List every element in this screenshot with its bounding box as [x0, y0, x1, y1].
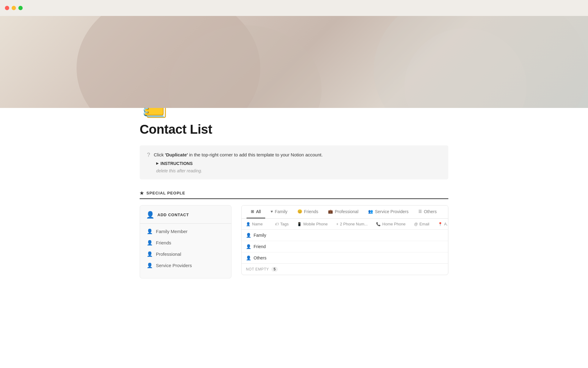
cell-mobile: [293, 229, 332, 241]
contact-item-icon: 👤: [147, 240, 153, 246]
tab-all[interactable]: ⊞All: [247, 205, 265, 218]
tab-icon: 😊: [297, 209, 302, 214]
cell-mobile: [293, 252, 332, 263]
tab-icon: ☰: [418, 209, 422, 214]
instructions-label: INSTRUCTIONS: [160, 161, 193, 166]
contact-item[interactable]: 👤Service Providers: [144, 260, 228, 271]
cell-home: [372, 229, 410, 241]
col-tags: 🏷Tags: [271, 219, 293, 230]
table-row: 👤Others: [242, 252, 448, 263]
database-table: 👤Name🏷Tags📱Mobile Phone+2 Phone Num...📞H…: [242, 219, 448, 263]
arrow-icon: ▶: [156, 162, 159, 165]
tab-friends[interactable]: 😊Friends: [293, 205, 323, 218]
row-person-icon: 👤: [246, 255, 251, 260]
tab-icon: ⊞: [251, 209, 254, 214]
add-contact-title: ADD CONTACT: [157, 213, 189, 217]
table-header: 👤Name🏷Tags📱Mobile Phone+2 Phone Num...📞H…: [242, 219, 448, 230]
tab-label: Friends: [304, 209, 318, 214]
tab-label: Service Providers: [375, 209, 409, 214]
col-icon: 📱: [297, 222, 302, 226]
name-cell[interactable]: 👤Family: [242, 229, 271, 241]
col-icon: @: [414, 222, 418, 226]
add-contact-panel: 👤 ADD CONTACT 👤Family Member👤Friends👤Pro…: [140, 205, 232, 278]
contact-item-icon: 👤: [147, 251, 153, 257]
page-title: Contact List: [140, 122, 448, 137]
row-person-icon: 👤: [246, 233, 251, 238]
tab-label: Family: [275, 209, 287, 214]
cell-extra: [434, 229, 448, 241]
footer-label: NOT EMPTY: [246, 267, 269, 271]
database-panel: ⊞All♥Family😊Friends💼Professional👥Service…: [241, 205, 448, 275]
contact-item-label: Family Member: [156, 229, 187, 234]
cell-mobile: [293, 241, 332, 252]
cell-extra: [434, 252, 448, 263]
cell-tags: [271, 252, 293, 263]
col-email: @Email: [410, 219, 434, 230]
table-body: 👤Family👤Friend👤Others: [242, 229, 448, 263]
info-icon: ?: [147, 152, 150, 158]
name-cell[interactable]: 👤Others: [242, 252, 271, 263]
tab-icon: ♥: [271, 209, 273, 214]
col-mobile-phone: 📱Mobile Phone: [293, 219, 332, 230]
titlebar: [0, 0, 588, 16]
info-box: ? Click 'Duplicate' in the top-right cor…: [140, 145, 448, 179]
contact-item[interactable]: 👤Professional: [144, 249, 228, 259]
col-2-phone-num: +2 Phone Num...: [332, 219, 372, 230]
maximize-button[interactable]: [18, 6, 23, 10]
table-row: 👤Friend: [242, 241, 448, 252]
cell-tags: [271, 241, 293, 252]
cover-image: [0, 16, 588, 108]
cell-extra: [434, 241, 448, 252]
cell-home: [372, 241, 410, 252]
col-name: 👤Name: [242, 219, 271, 230]
star-icon: ★: [140, 190, 144, 196]
col-icon: 📍: [438, 222, 443, 226]
col-icon: 🏷: [275, 222, 279, 226]
contact-item-label: Friends: [156, 240, 171, 245]
col-home-phone: 📞Home Phone: [372, 219, 410, 230]
contact-item-icon: 👤: [147, 228, 153, 234]
info-bold: 'Duplicate': [165, 152, 188, 157]
tab-label: Professional: [335, 209, 358, 214]
add-contact-icon: 👤: [146, 211, 154, 219]
row-name: Friend: [254, 244, 266, 249]
info-text: Click 'Duplicate' in the top-right corne…: [154, 151, 323, 159]
cell-email: [410, 241, 434, 252]
tab-others[interactable]: ☰Others: [414, 205, 441, 218]
cell-home: [372, 252, 410, 263]
info-suffix: in the top-right corner to add this temp…: [188, 152, 322, 157]
add-contact-header: 👤 ADD CONTACT: [140, 205, 231, 224]
footer-count: 5: [271, 267, 278, 272]
cell-phone2: [332, 252, 372, 263]
name-cell[interactable]: 👤Friend: [242, 241, 271, 252]
cell-email: [410, 252, 434, 263]
col-icon: +: [336, 222, 338, 226]
contact-item-label: Professional: [156, 251, 181, 257]
tab-icon: 💼: [328, 209, 333, 214]
contact-item[interactable]: 👤Family Member: [144, 226, 228, 237]
minimize-button[interactable]: [12, 6, 16, 10]
row-person-icon: 👤: [246, 244, 251, 249]
col-a: 📍A...: [434, 219, 448, 230]
contact-item-icon: 👤: [147, 263, 153, 268]
close-button[interactable]: [5, 6, 9, 10]
section-label: SPECIAL PEOPLE: [146, 191, 185, 195]
col-icon: 👤: [246, 222, 251, 226]
database-footer: NOT EMPTY 5: [242, 263, 448, 275]
contact-item[interactable]: 👤Friends: [144, 237, 228, 248]
contact-item-label: Service Providers: [156, 263, 192, 268]
tab-label: Others: [424, 209, 437, 214]
tab-family[interactable]: ♥Family: [266, 205, 292, 218]
table-header-row: 👤Name🏷Tags📱Mobile Phone+2 Phone Num...📞H…: [242, 219, 448, 230]
tab-label: All: [256, 209, 261, 214]
cell-tags: [271, 229, 293, 241]
tab-professional[interactable]: 💼Professional: [324, 205, 363, 218]
cell-phone2: [332, 241, 372, 252]
cell-email: [410, 229, 434, 241]
tab-icon: 👥: [368, 209, 373, 214]
col-icon: 📞: [376, 222, 381, 226]
page-content: 📒 Contact List ? Click 'Duplicate' in th…: [110, 93, 478, 308]
tab-service-providers[interactable]: 👥Service Providers: [364, 205, 413, 218]
instructions-toggle[interactable]: ▶ INSTRUCTIONS: [147, 161, 441, 166]
contact-list: 👤Family Member👤Friends👤Professional👤Serv…: [140, 224, 231, 273]
